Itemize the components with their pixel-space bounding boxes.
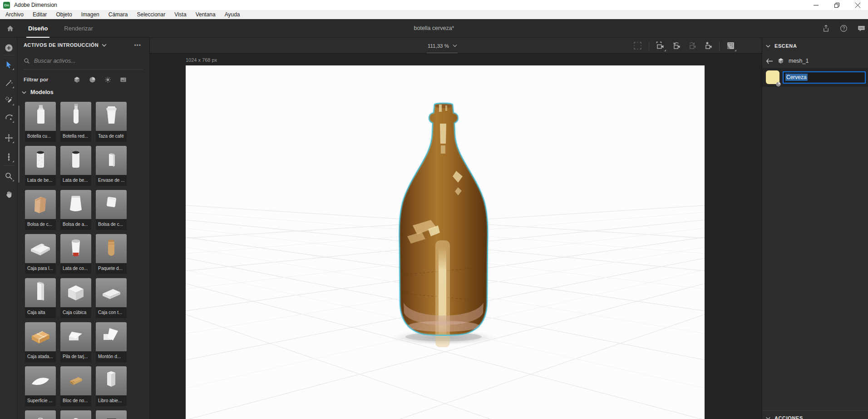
asset-tile-bag-kraft[interactable]: Bolsa de c...: [25, 190, 56, 230]
minimize-button[interactable]: [805, 0, 826, 10]
carton-thumbnail: [96, 146, 127, 175]
tied-box-thumbnail: [25, 322, 56, 351]
menu-ventana[interactable]: Ventana: [191, 10, 220, 19]
actions-section-header[interactable]: ACCIONES: [766, 415, 803, 419]
asset-tile-label: Bloc de no...: [60, 395, 91, 406]
material-name-input[interactable]: Cerveza: [783, 71, 866, 84]
filter-lights-sun-icon[interactable]: [104, 76, 111, 83]
filter-by-label: Filtrar por: [24, 77, 48, 82]
camera-undo-icon[interactable]: [671, 41, 681, 50]
asset-tile-label: Lata de be...: [25, 175, 56, 186]
scene-object-name: mesh_1: [789, 58, 809, 64]
back-arrow-icon[interactable]: [766, 58, 773, 64]
document-title: botella cerveza*: [414, 25, 454, 31]
share-icon[interactable]: [822, 25, 830, 32]
tall-box-thumbnail: [25, 278, 56, 307]
asset-tile-flat-box[interactable]: Caja con t...: [96, 278, 127, 318]
asset-tile-label: Paquete d...: [96, 263, 127, 274]
asset-tile-sachet[interactable]: Bolsa de c...: [96, 190, 127, 230]
menu-archivo[interactable]: Archivo: [1, 10, 28, 19]
assets-scrollbar[interactable]: [18, 105, 20, 183]
asset-tile-label: Bolsa de c...: [25, 219, 56, 230]
asset-tile-label: Envase de ...: [96, 175, 127, 186]
asset-tile-card-stack[interactable]: Pila de tarj...: [60, 322, 91, 362]
asset-tile-cube-box[interactable]: Caja cúbica: [60, 278, 91, 318]
asset-tile-notebook[interactable]: Bloc de no...: [60, 366, 91, 406]
magic-wand-tool[interactable]: [3, 77, 14, 88]
asset-tile-tube[interactable]: Paquete d...: [96, 234, 127, 274]
asset-tile-label: Caja atada...: [25, 351, 56, 362]
menu-ayuda[interactable]: Ayuda: [220, 10, 245, 19]
notebook-thumbnail: [60, 366, 91, 395]
dolly-tool[interactable]: [3, 151, 14, 162]
asset-tile-coffee-cup[interactable]: Taza de café: [96, 102, 127, 142]
orbit-tool[interactable]: [3, 112, 14, 123]
asset-tile-tied-box[interactable]: Caja atada...: [25, 322, 56, 362]
move-tool[interactable]: [3, 132, 14, 143]
match-image-icon[interactable]: [726, 41, 735, 50]
menu-seleccionar[interactable]: Seleccionar: [132, 10, 170, 19]
asset-tile-label: Bolsa de a...: [60, 219, 91, 230]
asset-tile-pouch[interactable]: Bolsa de a...: [60, 190, 91, 230]
add-content-tool[interactable]: [3, 42, 14, 53]
can-speckled-thumbnail: [25, 146, 56, 175]
asset-tile-tumbler[interactable]: Lata de co...: [60, 234, 91, 274]
assets-panel-header[interactable]: ACTIVOS DE INTRODUCCIÓN: [24, 42, 107, 48]
assets-more-menu-icon[interactable]: •••: [134, 42, 141, 49]
asset-tile-bag-black[interactable]: [96, 410, 127, 419]
beer-bottle-model[interactable]: [395, 103, 494, 347]
asset-tile-label: Taza de café: [96, 131, 127, 142]
asset-tile-gift-bag-pink[interactable]: [60, 410, 91, 419]
filter-materials-sphere-icon[interactable]: [89, 76, 96, 83]
home-button[interactable]: [0, 19, 20, 38]
feedback-icon[interactable]: [858, 25, 865, 32]
menu-imagen[interactable]: Imagen: [77, 10, 104, 19]
hand-tool[interactable]: [3, 189, 14, 200]
filter-models-cube-icon[interactable]: [74, 76, 80, 83]
menu-camara[interactable]: Cámara: [104, 10, 133, 19]
asset-tile-can[interactable]: Lata de be...: [60, 146, 91, 186]
asset-tile-label: Caja alta: [25, 307, 56, 318]
gift-bag-pink-thumbnail: [60, 410, 91, 419]
camera-frame-icon[interactable]: [656, 41, 665, 50]
sampler-tool[interactable]: [3, 95, 14, 105]
gift-bag-white-thumbnail: [25, 410, 56, 419]
material-swatch[interactable]: [766, 70, 779, 84]
filter-images-picture-icon[interactable]: [120, 76, 127, 83]
tab-render[interactable]: Renderizar: [56, 19, 101, 38]
menu-objeto[interactable]: Objeto: [51, 10, 76, 19]
asset-search-input[interactable]: Buscar activos...: [24, 58, 143, 64]
restore-button[interactable]: [826, 0, 847, 10]
asset-tile-paper-pile[interactable]: Montón d...: [96, 322, 127, 362]
camera-bookmark-icon[interactable]: [703, 41, 713, 50]
adobe-dimension-window: Dn Adobe Dimension ArchivoEditarObjetoIm…: [0, 0, 868, 419]
asset-tile-clamshell[interactable]: Caja para l...: [25, 234, 56, 274]
asset-tile-can-speckled[interactable]: Lata de be...: [25, 146, 56, 186]
help-icon[interactable]: [840, 25, 848, 32]
menu-vista[interactable]: Vista: [170, 10, 191, 19]
card-stack-thumbnail: [60, 322, 91, 351]
workspace: 111,33 % 1024 x 768 px: [150, 38, 762, 419]
menu-editar[interactable]: Editar: [28, 10, 51, 19]
asset-tile-gift-bag-white[interactable]: [25, 410, 56, 419]
select-tool[interactable]: [3, 59, 14, 70]
material-sphere-icon: [776, 80, 781, 85]
zoom-control[interactable]: 111,33 %: [428, 38, 457, 54]
actions-panel-title: ACCIONES: [774, 415, 803, 419]
asset-tile-square-bottle[interactable]: Botella cu...: [25, 102, 56, 142]
material-row-selected[interactable]: Cerveza: [762, 68, 868, 87]
asset-tile-tall-box[interactable]: Caja alta: [25, 278, 56, 318]
canvas-viewport[interactable]: [186, 65, 705, 419]
asset-tile-carton[interactable]: Envase de ...: [96, 146, 127, 186]
tab-design[interactable]: Diseño: [20, 19, 56, 38]
models-section-header[interactable]: Modelos: [22, 89, 54, 95]
zoom-tool-tool[interactable]: [3, 170, 14, 181]
asset-tile-surface[interactable]: Superficie ...: [25, 366, 56, 406]
scene-section-header[interactable]: ESCENA: [766, 43, 797, 49]
can-thumbnail: [60, 146, 91, 175]
scene-object-row[interactable]: mesh_1: [766, 58, 809, 64]
search-icon: [24, 58, 30, 64]
asset-tile-open-book[interactable]: Libro abie...: [96, 366, 127, 406]
close-button[interactable]: [847, 0, 868, 10]
asset-tile-round-bottle[interactable]: Botella red...: [60, 102, 91, 142]
